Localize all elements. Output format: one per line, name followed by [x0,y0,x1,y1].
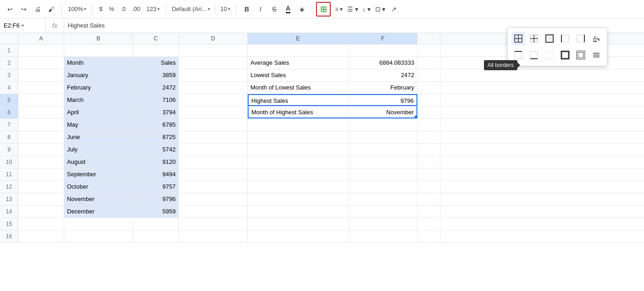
cell-b11[interactable]: September [64,168,133,180]
cell-a4[interactable] [18,82,64,94]
cell-e1[interactable] [248,45,349,56]
cell-c8[interactable]: 8725 [133,131,179,143]
wrap-button[interactable]: ⊡ ▾ [374,3,387,16]
col-header-f[interactable]: F [349,33,417,44]
currency-button[interactable]: $ [96,3,105,16]
cell-c9[interactable]: 5742 [133,144,179,156]
cell-g11[interactable] [417,168,440,180]
cell-g1[interactable] [417,45,440,56]
cell-c12[interactable]: 9757 [133,181,179,193]
cell-g5[interactable] [417,94,440,106]
right-border-button[interactable] [574,32,588,45]
cell-b4[interactable]: February [64,82,133,94]
color-button[interactable]: A [589,32,603,45]
percent-button[interactable]: % [106,3,117,16]
fontsize-dropdown[interactable]: 10 ▾ [218,3,233,16]
cell-d10[interactable] [179,156,248,168]
cell-g4[interactable] [417,82,440,94]
rotate-button[interactable]: ↗ [388,3,400,16]
col-header-e[interactable]: E [248,33,349,44]
cell-g10[interactable] [417,156,440,168]
cell-g14[interactable] [417,206,440,218]
cell-d13[interactable] [179,193,248,205]
cell-c5[interactable]: 7106 [133,94,179,106]
cell-e11[interactable] [248,168,349,180]
cell-b12[interactable]: October [64,181,133,193]
cell-e7[interactable] [248,119,349,131]
cell-a13[interactable] [18,193,64,205]
paint-format-button[interactable]: 🖌 [45,3,58,16]
cell-b9[interactable]: July [64,144,133,156]
cell-c10[interactable]: 9120 [133,156,179,168]
cell-d11[interactable] [179,168,248,180]
outer-borders-button[interactable] [543,32,556,45]
font-dropdown[interactable]: Default (Ari... ▾ [170,3,212,16]
cell-g3[interactable] [417,69,440,81]
cell-c4[interactable]: 2472 [133,82,179,94]
cell-c3[interactable]: 3859 [133,69,179,81]
cell-d8[interactable] [179,131,248,143]
cell-f2[interactable]: 6884.083333 [349,57,417,69]
cell-b16[interactable] [64,230,133,242]
cell-g15[interactable] [417,218,440,230]
cell-f4[interactable]: February [349,82,417,94]
cell-e4[interactable]: Month of Lowest Sales [248,82,349,94]
cell-f10[interactable] [349,156,417,168]
cell-d1[interactable] [179,45,248,56]
redo-button[interactable]: ↪ [17,3,30,16]
cell-e14[interactable] [248,206,349,218]
cell-c2[interactable]: Sales [133,57,179,69]
col-header-c[interactable]: C [133,33,179,44]
cell-c14[interactable]: 5959 [133,206,179,218]
undo-button[interactable]: ↩ [4,3,17,16]
cell-f11[interactable] [349,168,417,180]
decimal2-button[interactable]: .00 [129,3,143,16]
cell-f12[interactable] [349,181,417,193]
cell-a6[interactable] [18,106,64,118]
cell-b6[interactable]: April [64,106,133,118]
cell-f13[interactable] [349,193,417,205]
cell-b14[interactable]: December [64,206,133,218]
double-outer-button[interactable] [574,48,588,62]
col-header-d[interactable]: D [179,33,248,44]
cell-d9[interactable] [179,144,248,156]
cell-a16[interactable] [18,230,64,242]
valign-button[interactable]: ↓ ▾ [360,3,373,16]
cell-b1[interactable] [64,45,133,56]
cell-d15[interactable] [179,218,248,230]
cell-c13[interactable]: 9796 [133,193,179,205]
cell-e8[interactable] [248,131,349,143]
cell-c16[interactable] [133,230,179,242]
inner-borders-button[interactable] [527,32,541,45]
cell-g12[interactable] [417,181,440,193]
cell-c6[interactable]: 3794 [133,106,179,118]
cell-b7[interactable]: May [64,119,133,131]
more-border-options-button[interactable] [589,48,603,62]
cell-a11[interactable] [18,168,64,180]
cell-f3[interactable]: 2472 [349,69,417,81]
col-header-g[interactable] [417,33,440,44]
cell-a3[interactable] [18,69,64,81]
cell-b2[interactable]: Month [64,57,133,69]
format123-dropdown[interactable]: 123 ▾ [144,3,162,16]
cell-a2[interactable] [18,57,64,69]
cell-g13[interactable] [417,193,440,205]
cell-e9[interactable] [248,144,349,156]
col-header-b[interactable]: B [64,33,133,44]
cell-c7[interactable]: 6785 [133,119,179,131]
cell-g9[interactable] [417,144,440,156]
cell-b3[interactable]: January [64,69,133,81]
cell-f9[interactable] [349,144,417,156]
cell-a1[interactable] [18,45,64,56]
cell-e15[interactable] [248,218,349,230]
cell-f7[interactable] [349,119,417,131]
cell-a12[interactable] [18,181,64,193]
cell-e16[interactable] [248,230,349,242]
cell-g6[interactable] [417,106,440,118]
cell-e6[interactable]: Month of Highest Sales [248,106,349,118]
cell-f5[interactable]: 9796 [349,94,417,106]
cell-d5[interactable] [179,94,248,106]
bold-button[interactable]: B [240,3,253,16]
cell-b13[interactable]: November [64,193,133,205]
bottom-border-button[interactable] [527,48,541,62]
